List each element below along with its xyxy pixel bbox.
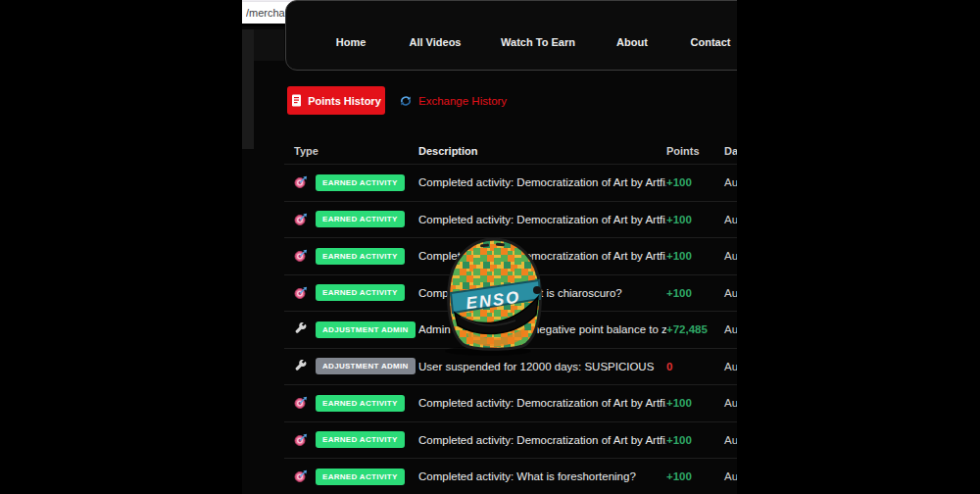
date-cell: Au <box>724 397 737 409</box>
type-cell: EARNED ACTIVITY <box>284 284 418 301</box>
table-row: EARNED ACTIVITY Completed activity: Demo… <box>284 422 737 460</box>
table-header-row: Type Description Points Date <box>284 137 737 165</box>
description-cell: Completed activity: Democratization of A… <box>418 214 666 225</box>
type-badge: EARNED ACTIVITY <box>316 248 405 265</box>
header-description: Description <box>418 145 666 157</box>
window-edge-strip <box>242 29 254 149</box>
points-cell: +100 <box>666 214 724 225</box>
date-cell: Au <box>724 214 737 225</box>
description-cell: Completed activity: Democratization of A… <box>418 397 666 409</box>
type-badge: EARNED ACTIVITY <box>316 395 405 412</box>
points-cell: +100 <box>666 250 724 262</box>
points-cell: +72,485 <box>666 323 724 335</box>
target-icon <box>294 396 308 410</box>
header-date: Date <box>724 145 737 157</box>
document-icon <box>291 94 302 107</box>
type-cell: EARNED ACTIVITY <box>284 395 418 412</box>
points-history-label: Points History <box>308 95 381 107</box>
type-badge: EARNED ACTIVITY <box>316 469 405 485</box>
date-cell: Au <box>724 323 737 335</box>
type-cell: EARNED ACTIVITY <box>284 174 418 191</box>
target-icon <box>294 469 308 483</box>
nav-item-watch-to-earn[interactable]: Watch To Earn <box>501 36 575 48</box>
target-icon <box>294 175 308 189</box>
date-cell: Au <box>724 470 737 482</box>
type-cell: EARNED ACTIVITY <box>284 248 418 265</box>
date-cell: Au <box>724 176 737 188</box>
type-badge: EARNED ACTIVITY <box>316 211 405 227</box>
points-cell: +100 <box>666 287 724 299</box>
target-icon <box>294 249 308 263</box>
type-cell: EARNED ACTIVITY <box>284 431 418 448</box>
date-cell: Au <box>724 361 737 372</box>
table-row: EARNED ACTIVITY Completed activity: Demo… <box>284 165 737 202</box>
target-icon <box>294 433 308 447</box>
screen: /merchandise/account ◖▚◆✓K◉▪·↻oo◠2 <box>0 0 980 494</box>
wrench-icon <box>294 322 308 336</box>
nav-item-home[interactable]: Home <box>336 36 367 48</box>
header-points: Points <box>666 145 724 157</box>
target-icon <box>294 286 308 300</box>
type-badge: ADJUSTMENT ADMIN <box>316 321 416 338</box>
date-cell: Au <box>724 287 737 299</box>
exchange-arrows-icon <box>399 94 413 108</box>
type-badge: ADJUSTMENT ADMIN <box>316 358 416 374</box>
date-cell: Au <box>724 434 737 446</box>
page-content: Home All Videos Watch To Earn About Cont… <box>242 29 737 494</box>
points-history-tab[interactable]: Points History <box>287 86 385 115</box>
header-type: Type <box>284 145 418 157</box>
type-badge: EARNED ACTIVITY <box>316 431 405 448</box>
nav-bar: Home All Videos Watch To Earn About Cont… <box>285 0 737 71</box>
description-cell: Completed activity: Democratization of A… <box>418 176 666 188</box>
type-cell: ADJUSTMENT ADMIN <box>284 358 418 374</box>
type-cell: EARNED ACTIVITY <box>284 469 418 485</box>
description-cell: Completed activity: What is foreshorteni… <box>418 470 666 482</box>
exchange-history-tab[interactable]: Exchange History <box>399 86 507 115</box>
target-icon <box>294 213 308 226</box>
nav-item-all-videos[interactable]: All Videos <box>410 36 462 48</box>
points-cell: 0 <box>666 361 724 372</box>
description-cell: Completed activity: Democratization of A… <box>418 434 666 446</box>
table-row: EARNED ACTIVITY Completed activity: Demo… <box>284 385 737 422</box>
exchange-history-label: Exchange History <box>418 95 507 107</box>
nav-item-contact[interactable]: Contact <box>691 36 731 48</box>
type-cell: EARNED ACTIVITY <box>284 211 418 227</box>
date-cell: Au <box>724 250 737 262</box>
window-edge-block <box>254 29 284 61</box>
points-cell: +100 <box>666 434 724 446</box>
browser-window: /merchandise/account ◖▚◆✓K◉▪·↻oo◠2 <box>242 0 737 494</box>
type-cell: ADJUSTMENT ADMIN <box>284 321 418 338</box>
points-cell: +100 <box>666 470 724 482</box>
nav-item-about[interactable]: About <box>616 36 648 48</box>
table-row: EARNED ACTIVITY Completed activity: What… <box>284 459 737 494</box>
table-row: EARNED ACTIVITY Completed activity: Demo… <box>284 202 737 239</box>
description-cell: User suspended for 12000 days: SUSPICIOU… <box>418 361 666 372</box>
points-cell: +100 <box>666 176 724 188</box>
type-badge: EARNED ACTIVITY <box>316 284 405 301</box>
type-badge: EARNED ACTIVITY <box>316 174 405 191</box>
wrench-icon <box>294 360 308 373</box>
points-cell: +100 <box>666 397 724 409</box>
enso-helmet-image: ENSO <box>439 234 549 357</box>
